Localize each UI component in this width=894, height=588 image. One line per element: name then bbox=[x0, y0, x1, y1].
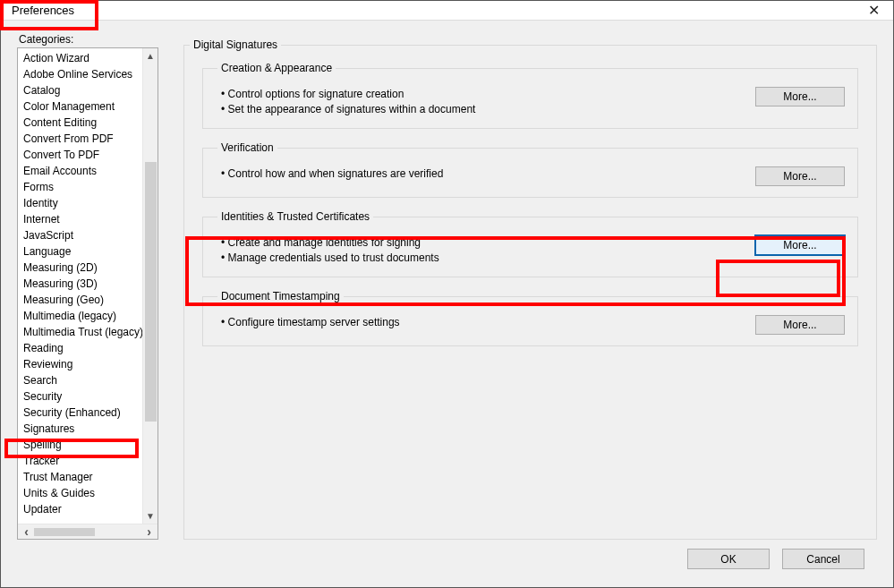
category-item[interactable]: Email Accounts bbox=[18, 163, 142, 179]
section-creation-appearance: Creation & AppearanceControl options for… bbox=[202, 62, 858, 129]
more-button[interactable]: More... bbox=[755, 235, 845, 255]
category-item[interactable]: Tracker bbox=[18, 453, 142, 469]
section-verification: VerificationControl how and when signatu… bbox=[202, 141, 858, 198]
settings-panel: Digital Signatures Creation & Appearance… bbox=[183, 33, 877, 540]
section-title: Document Timestamping bbox=[217, 290, 344, 303]
category-item[interactable]: Units & Guides bbox=[18, 485, 142, 501]
category-item[interactable]: Internet bbox=[18, 211, 142, 227]
horizontal-scrollbar[interactable]: ‹ › bbox=[18, 524, 158, 539]
hscroll-track[interactable] bbox=[34, 526, 141, 538]
category-item[interactable]: Updater bbox=[18, 501, 142, 517]
bullet-text: Configure timestamp server settings bbox=[221, 315, 400, 330]
category-item[interactable]: Language bbox=[18, 243, 142, 260]
scroll-up-icon[interactable]: ▲ bbox=[143, 48, 158, 64]
window-title: Preferences bbox=[8, 2, 78, 19]
category-item[interactable]: Catalog bbox=[18, 82, 142, 98]
section-bullets: Create and manage identities for signing… bbox=[221, 235, 439, 266]
category-item[interactable]: Search bbox=[18, 372, 142, 388]
dialog-body: Categories: Action WizardAdobe Online Se… bbox=[1, 21, 893, 587]
vertical-scrollbar[interactable]: ▲ ▼ bbox=[142, 48, 158, 524]
titlebar: Preferences ✕ bbox=[1, 1, 893, 21]
categories-column: Categories: Action WizardAdobe Online Se… bbox=[17, 33, 158, 540]
category-item[interactable]: Measuring (3D) bbox=[18, 276, 142, 292]
category-item[interactable]: Measuring (Geo) bbox=[18, 292, 142, 308]
dialog-footer: OK Cancel bbox=[17, 540, 877, 575]
section-document-timestamping: Document TimestampingConfigure timestamp… bbox=[202, 290, 858, 346]
more-button[interactable]: More... bbox=[755, 87, 845, 107]
category-item[interactable]: Security bbox=[18, 388, 142, 405]
category-item[interactable]: Forms bbox=[18, 179, 142, 195]
bullet-text: Set the appearance of signatures within … bbox=[221, 102, 475, 117]
category-item[interactable]: Signatures bbox=[18, 421, 142, 437]
category-item[interactable]: Security (Enhanced) bbox=[18, 405, 142, 421]
panel-title: Digital Signatures bbox=[190, 38, 281, 51]
categories-listbox[interactable]: Action WizardAdobe Online ServicesCatalo… bbox=[17, 47, 158, 540]
category-item[interactable]: Adobe Online Services bbox=[18, 66, 142, 82]
category-item[interactable]: Measuring (2D) bbox=[18, 260, 142, 276]
preferences-dialog: Preferences ✕ Categories: Action WizardA… bbox=[0, 0, 894, 588]
ok-button[interactable]: OK bbox=[687, 549, 770, 569]
category-item[interactable]: Content Editing bbox=[18, 115, 142, 131]
section-bullets: Configure timestamp server settings bbox=[221, 315, 400, 330]
scroll-thumb[interactable] bbox=[145, 162, 157, 422]
section-identities-trusted-certificates: Identities & Trusted CertificatesCreate … bbox=[202, 210, 858, 277]
category-item[interactable]: Spelling bbox=[18, 437, 142, 453]
category-item[interactable]: JavaScript bbox=[18, 227, 142, 243]
bullet-text: Control how and when signatures are veri… bbox=[221, 166, 443, 182]
close-icon[interactable]: ✕ bbox=[863, 4, 884, 18]
bullet-text: Manage credentials used to trust documen… bbox=[221, 251, 439, 266]
scroll-left-icon[interactable]: ‹ bbox=[19, 525, 34, 539]
digital-signatures-group: Digital Signatures Creation & Appearance… bbox=[183, 38, 877, 540]
section-bullets: Control options for signature creationSe… bbox=[221, 87, 475, 117]
category-item[interactable]: Color Management bbox=[18, 98, 142, 115]
scroll-right-icon[interactable]: › bbox=[141, 525, 157, 539]
more-button[interactable]: More... bbox=[755, 315, 845, 335]
hscroll-thumb[interactable] bbox=[34, 528, 95, 536]
section-title: Identities & Trusted Certificates bbox=[217, 210, 373, 223]
section-title: Verification bbox=[217, 141, 277, 154]
main-row: Categories: Action WizardAdobe Online Se… bbox=[17, 33, 877, 540]
cancel-button[interactable]: Cancel bbox=[782, 549, 864, 569]
category-item[interactable]: Action Wizard bbox=[18, 50, 142, 66]
section-title: Creation & Appearance bbox=[217, 62, 336, 74]
category-item[interactable]: Multimedia Trust (legacy) bbox=[18, 324, 142, 340]
category-item[interactable]: Convert To PDF bbox=[18, 147, 142, 163]
scroll-track[interactable] bbox=[143, 64, 158, 508]
category-item[interactable]: Convert From PDF bbox=[18, 131, 142, 147]
category-item[interactable]: Identity bbox=[18, 195, 142, 211]
category-item[interactable]: Multimedia (legacy) bbox=[18, 308, 142, 324]
scroll-down-icon[interactable]: ▼ bbox=[143, 508, 158, 524]
category-item[interactable]: Reading bbox=[18, 340, 142, 356]
bullet-text: Control options for signature creation bbox=[221, 87, 475, 102]
category-item[interactable]: Trust Manager bbox=[18, 469, 142, 485]
more-button[interactable]: More... bbox=[755, 166, 845, 186]
bullet-text: Create and manage identities for signing bbox=[221, 235, 439, 251]
category-item[interactable]: Reviewing bbox=[18, 356, 142, 372]
categories-label: Categories: bbox=[17, 33, 158, 46]
section-bullets: Control how and when signatures are veri… bbox=[221, 166, 443, 182]
